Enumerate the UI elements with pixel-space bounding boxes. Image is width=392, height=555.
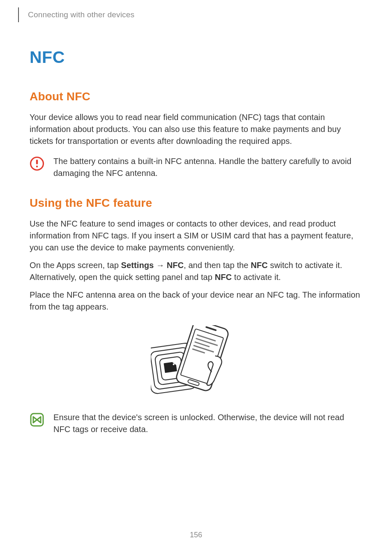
svg-rect-2 — [36, 166, 38, 167]
page-title: NFC — [30, 48, 362, 67]
settings-label: Settings — [121, 261, 154, 270]
about-nfc-paragraph: Your device allows you to read near fiel… — [30, 111, 362, 147]
section-using-nfc-heading: Using the NFC feature — [30, 197, 362, 210]
section-about-nfc-heading: About NFC — [30, 90, 362, 103]
nfc-illustration — [30, 325, 362, 403]
page-header: Connecting with other devices — [0, 0, 392, 22]
using-nfc-paragraph-3: Place the NFC antenna area on the back o… — [30, 289, 362, 313]
note-text: Ensure that the device's screen is unloc… — [53, 412, 362, 435]
text-span: to activate it. — [232, 273, 281, 282]
nfc-quick-label: NFC — [215, 273, 232, 282]
svg-rect-1 — [36, 160, 38, 164]
nfc-switch-label: NFC — [251, 261, 267, 270]
using-nfc-paragraph-1: Use the NFC feature to send images or co… — [30, 218, 362, 254]
arrow-separator: → — [154, 261, 166, 270]
note-icon — [30, 412, 44, 427]
warning-icon — [30, 156, 44, 171]
note-callout: Ensure that the device's screen is unloc… — [30, 412, 362, 435]
page-number: 156 — [0, 531, 392, 539]
warning-callout: The battery contains a built-in NFC ante… — [30, 155, 362, 179]
text-span: On the Apps screen, tap — [30, 261, 121, 270]
page-content: NFC About NFC Your device allows you to … — [0, 48, 392, 435]
text-span: , and then tap the — [184, 261, 251, 270]
using-nfc-paragraph-2: On the Apps screen, tap Settings → NFC, … — [30, 259, 362, 283]
warning-text: The battery contains a built-in NFC ante… — [53, 155, 362, 179]
breadcrumb: Connecting with other devices — [28, 10, 134, 19]
header-divider — [18, 7, 19, 22]
nfc-label: NFC — [167, 261, 184, 270]
